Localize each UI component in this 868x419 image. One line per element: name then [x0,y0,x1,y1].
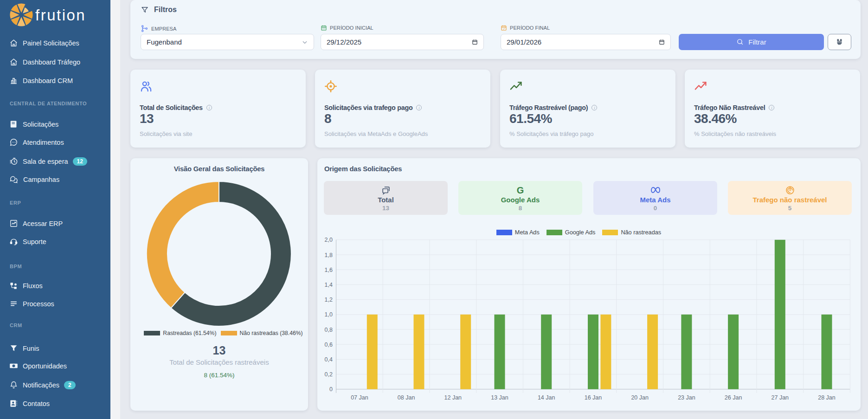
svg-text:12 Jan: 12 Jan [444,394,462,401]
svg-text:26 Jan: 26 Jan [725,394,742,401]
svg-text:07 Jan: 07 Jan [351,394,368,401]
svg-text:1,8: 1,8 [325,252,333,258]
svg-text:1,4: 1,4 [325,282,333,288]
svg-text:0,2: 0,2 [325,371,333,378]
svg-text:1,6: 1,6 [325,267,333,273]
svg-text:14 Jan: 14 Jan [538,394,555,401]
svg-text:23 Jan: 23 Jan [678,394,695,401]
svg-text:0: 0 [329,386,333,393]
svg-text:0,6: 0,6 [325,342,333,348]
svg-text:16 Jan: 16 Jan [585,394,602,401]
svg-text:1,0: 1,0 [325,311,333,318]
svg-text:2,0: 2,0 [325,237,333,243]
svg-text:1,2: 1,2 [325,297,333,303]
svg-text:0,8: 0,8 [325,327,333,333]
svg-text:27 Jan: 27 Jan [772,394,789,401]
svg-text:13 Jan: 13 Jan [491,394,508,401]
svg-text:20 Jan: 20 Jan [631,394,649,401]
svg-text:28 Jan: 28 Jan [818,394,836,401]
svg-text:0,4: 0,4 [325,356,333,363]
svg-text:08 Jan: 08 Jan [398,394,415,401]
